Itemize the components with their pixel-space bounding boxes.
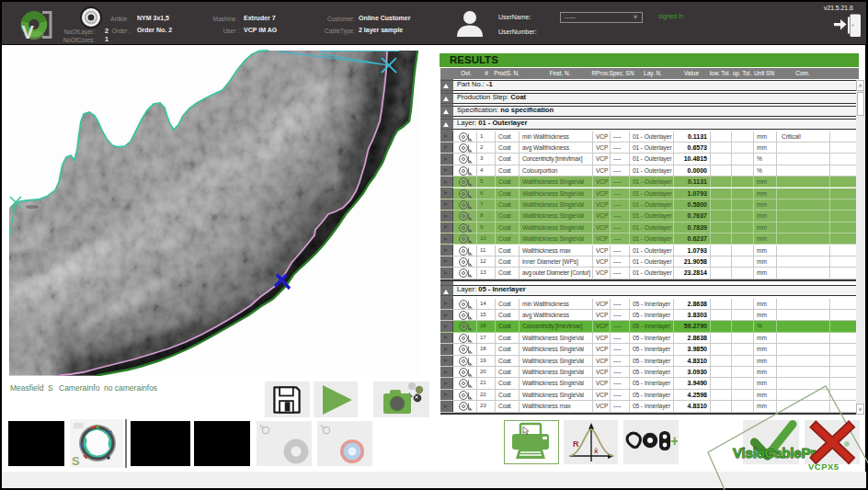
svg-text:V: V [22, 22, 35, 42]
svg-text:S: S [72, 454, 80, 468]
svg-text:VCPX5: VCPX5 [808, 462, 839, 472]
